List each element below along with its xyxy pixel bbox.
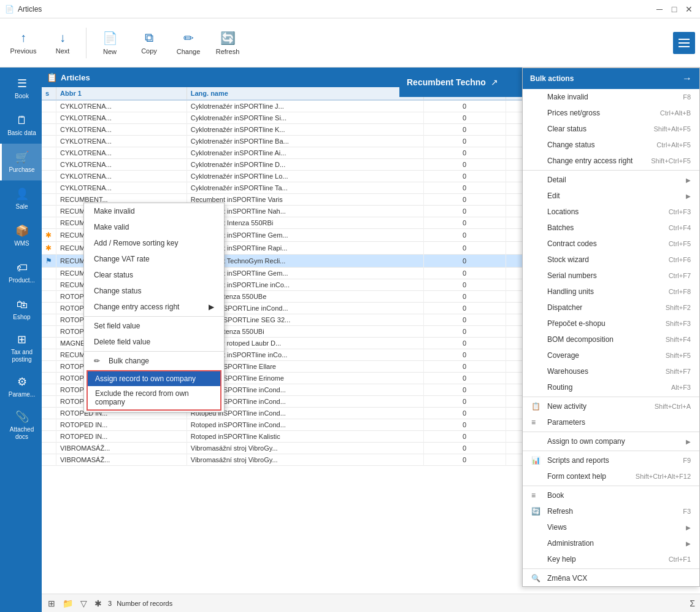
cmr-scripts[interactable]: 📊Scripts and reports F9	[523, 452, 699, 468]
sidebar-item-eshop[interactable]: 🛍 Eshop	[0, 291, 42, 328]
grid-view-button[interactable]: ⊞	[47, 597, 56, 610]
cmr-sep-1	[523, 170, 699, 171]
cm-clear-status[interactable]: Clear status	[84, 267, 224, 283]
cm-assign-record[interactable]: Assign record to own company	[88, 371, 220, 386]
sidebar-item-params[interactable]: ⚙ Parame...	[0, 368, 42, 405]
cm-change-entry-access[interactable]: Change entry access right ▶	[84, 299, 224, 315]
sidebar-item-products[interactable]: 🏷 Product...	[0, 254, 42, 291]
cmr-key-help[interactable]: Key help Ctrl+F1	[523, 551, 699, 567]
row-marker	[42, 384, 56, 396]
cmr-stock-wizard[interactable]: Stock wizard Ctrl+F6	[523, 252, 699, 268]
sidebar-label-products: Product...	[9, 277, 35, 284]
change-icon: ✏	[183, 31, 194, 45]
cmr-prices[interactable]: Prices net/gross Ctrl+Alt+B	[523, 105, 699, 121]
col-abbr[interactable]: Abbr 1	[56, 87, 187, 100]
row-available: 0	[423, 171, 506, 182]
cmr-zmena-vcx[interactable]: 🔍Změna VCX	[523, 570, 699, 586]
wms-icon: 📦	[15, 224, 29, 238]
previous-button[interactable]: ↑ Previous	[5, 22, 42, 64]
cm-exclude-record[interactable]: Exclude the record from own company	[88, 386, 220, 409]
cmr-locations[interactable]: Locations Ctrl+F3	[523, 204, 699, 220]
panel-expand-button[interactable]: ↗	[491, 77, 498, 87]
cmr-change-status[interactable]: Change status Ctrl+Alt+F5	[523, 137, 699, 153]
cmr-coverage[interactable]: Coverage Shift+F5	[523, 347, 699, 363]
sidebar-item-attached-docs[interactable]: 📎 Attached docs	[0, 405, 42, 446]
sidebar-item-book[interactable]: ☰ Book	[0, 70, 42, 107]
next-button[interactable]: ↓ Next	[44, 22, 81, 64]
new-icon: 📄	[102, 31, 118, 45]
new-button[interactable]: 📄 New	[91, 22, 128, 64]
sidebar-item-wms[interactable]: 📦 WMS	[0, 217, 42, 254]
row-available: 0	[423, 338, 506, 349]
cmr-parameters[interactable]: ≡Parameters	[523, 414, 699, 430]
cmr-serial-numbers[interactable]: Serial numbers Ctrl+F7	[523, 268, 699, 284]
col-s[interactable]: s	[42, 87, 56, 100]
sidebar-item-purchase[interactable]: 🛒 Purchase	[0, 144, 42, 180]
cmr-form-context[interactable]: Form context help Shift+Ctrl+Alt+F12	[523, 468, 699, 484]
status-bar: ⊞ 📁 ▽ ✱ 3 Number of records Σ	[42, 594, 700, 612]
col-langname[interactable]: Lang. name	[187, 87, 423, 100]
cm-add-remove-sorting[interactable]: Add / Remove sorting key	[84, 235, 224, 251]
sidebar-label-eshop: Eshop	[13, 314, 30, 321]
copy-button[interactable]: ⧉ Copy	[131, 22, 167, 64]
row-available: 0	[423, 242, 506, 255]
row-marker	[42, 112, 56, 124]
cmr-warehouses[interactable]: Warehouses Shift+F7	[523, 363, 699, 379]
cmr-detail[interactable]: Detail	[523, 172, 699, 188]
refresh-label: Refresh	[216, 48, 240, 55]
cm-change-status[interactable]: Change status	[84, 283, 224, 299]
hamburger-menu-button[interactable]	[673, 32, 695, 54]
sidebar-item-basic-data[interactable]: 🗒 Basic data	[0, 107, 42, 144]
row-available: 0	[423, 303, 506, 314]
cmr-edit[interactable]: Edit	[523, 188, 699, 204]
close-button[interactable]: ✕	[683, 3, 695, 15]
cmr-change-entry[interactable]: Change entry access right Shift+Ctrl+F5	[523, 153, 699, 169]
cm-change-vat[interactable]: Change VAT rate	[84, 251, 224, 267]
cmr-batches[interactable]: Batches Ctrl+F4	[523, 220, 699, 236]
title-bar: 📄 Articles ─ □ ✕	[0, 0, 700, 18]
cm-bulk-change[interactable]: ✏ Bulk change	[84, 353, 224, 369]
cmr-dispatcher[interactable]: Dispatcher Shift+F2	[523, 300, 699, 316]
cmr-new-activity[interactable]: 📋New activity Shift+Ctrl+A	[523, 398, 699, 414]
cm-make-invalid[interactable]: Make invalid	[84, 203, 224, 219]
refresh-button[interactable]: 🔄 Refresh	[209, 22, 246, 64]
sidebar-label-wms: WMS	[14, 240, 29, 247]
cmr-prepocet[interactable]: Přepočet e-shopu Shift+F3	[523, 316, 699, 331]
cmr-make-invalid[interactable]: Make invalid F8	[523, 89, 699, 105]
row-abbr: ROTOPED IN...	[56, 431, 187, 443]
row-available: 0	[423, 147, 506, 159]
star-filter-button[interactable]: ✱	[93, 597, 103, 610]
sidebar-item-sale[interactable]: 👤 Sale	[0, 180, 42, 217]
sidebar-item-tax-posting[interactable]: ⊞ Tax and posting	[0, 328, 42, 368]
cmr-contract-codes[interactable]: Contract codes Ctrl+F5	[523, 236, 699, 252]
cmr-sep-5	[523, 486, 699, 486]
change-button[interactable]: ✏ Change	[170, 22, 207, 64]
cmr-administration[interactable]: Administration	[523, 535, 699, 551]
row-marker	[42, 443, 56, 454]
folder-button[interactable]: 📁	[61, 597, 74, 610]
cmr-handling-units[interactable]: Handling units Ctrl+F8	[523, 284, 699, 300]
cmr-refresh[interactable]: 🔄Refresh F3	[523, 503, 699, 519]
row-available: 0	[423, 124, 506, 136]
maximize-button[interactable]: □	[668, 3, 680, 15]
minimize-button[interactable]: ─	[653, 3, 666, 15]
row-name: Rotoped inSPORTline Kalistic	[187, 431, 423, 443]
refresh-icon: 🔄	[220, 31, 236, 45]
cmr-clear-status[interactable]: Clear status Shift+Alt+F5	[523, 121, 699, 137]
row-marker	[42, 396, 56, 408]
row-abbr: CYKLOTRENA...	[56, 124, 187, 136]
row-available: 0	[423, 159, 506, 171]
cm-set-field-value[interactable]: Set field value	[84, 318, 224, 334]
bulk-actions-arrow[interactable]: →	[682, 73, 692, 84]
filter-button[interactable]: ▽	[79, 597, 88, 610]
cmr-book[interactable]: ≡Book	[523, 487, 699, 503]
cm-make-valid[interactable]: Make valid	[84, 219, 224, 235]
cmr-routing[interactable]: Routing Alt+F3	[523, 379, 699, 395]
row-available: 0	[423, 443, 506, 454]
row-name: Cyklotrenažér inSPORTline Ta...	[187, 182, 423, 194]
cmr-views[interactable]: Views	[523, 519, 699, 535]
cmr-bom[interactable]: BOM decomposition Shift+F4	[523, 331, 699, 347]
assign-box: Assign record to own company Exclude the…	[87, 370, 221, 411]
cmr-assign-own[interactable]: Assign to own company	[523, 433, 699, 449]
cm-delete-field-value[interactable]: Delete field value	[84, 334, 224, 350]
